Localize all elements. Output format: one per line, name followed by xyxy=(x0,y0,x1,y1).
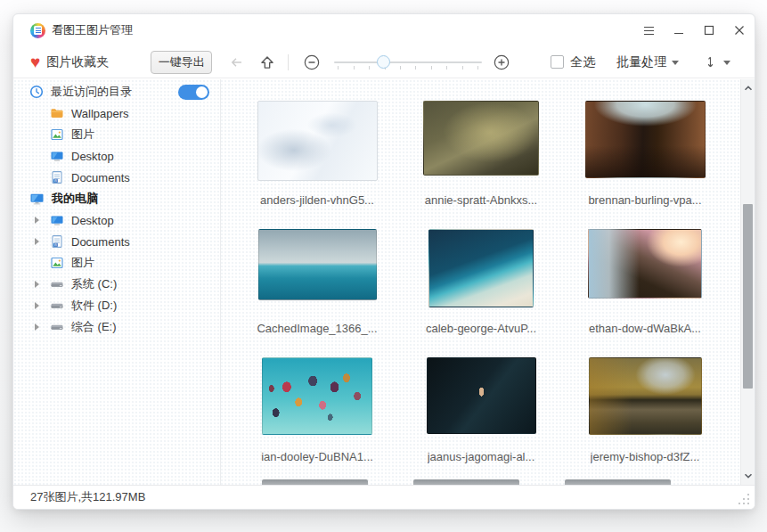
image-item[interactable]: brennan-burling-vpa... xyxy=(563,101,727,229)
sidebar-item-documents-recent[interactable]: W Documents xyxy=(13,167,220,188)
window-controls xyxy=(633,14,755,46)
sidebar-item-label: 我的电脑 xyxy=(52,191,98,207)
svg-text:W: W xyxy=(54,179,58,183)
zoom-out-icon[interactable] xyxy=(304,54,320,70)
sidebar-item-label: Wallpapers xyxy=(71,107,129,120)
select-all-checkbox[interactable] xyxy=(551,55,564,69)
menu-icon[interactable] xyxy=(633,14,664,46)
window-title: 看图王图片管理 xyxy=(52,22,133,38)
zoom-in-icon[interactable] xyxy=(494,54,510,70)
resize-grip[interactable] xyxy=(738,494,749,504)
sidebar-item-recent-folders[interactable]: 最近访问的目录 xyxy=(13,81,220,102)
thumbnail-image[interactable] xyxy=(258,229,377,300)
sidebar-item-label: 综合 (E:) xyxy=(71,319,117,335)
clock-icon xyxy=(29,85,44,99)
thumbnail-image[interactable] xyxy=(423,101,539,176)
sidebar-item-pictures[interactable]: 图片 xyxy=(13,124,220,145)
sidebar-item-label: Desktop xyxy=(71,214,114,227)
image-item[interactable]: annie-spratt-Abnkxs... xyxy=(399,101,563,229)
sidebar-item-label: Documents xyxy=(71,235,130,249)
expand-arrow-icon[interactable] xyxy=(35,281,39,288)
sidebar-item-label: Documents xyxy=(71,171,130,184)
sidebar-item-drive-d[interactable]: 软件 (D:) xyxy=(13,295,220,316)
expand-arrow-icon[interactable] xyxy=(35,238,39,245)
recent-folders-toggle[interactable] xyxy=(178,85,209,100)
zoom-slider-ticks xyxy=(338,66,478,70)
drive-icon xyxy=(50,277,64,291)
close-icon[interactable] xyxy=(724,14,755,46)
export-button[interactable]: 一键导出 xyxy=(151,51,212,74)
status-text: 27张图片,共121.97MB xyxy=(30,489,145,505)
thumbnail-image[interactable] xyxy=(262,357,372,435)
chevron-down-icon xyxy=(672,61,679,65)
sidebar-item-drive-c[interactable]: 系统 (C:) xyxy=(13,274,220,295)
computer-icon xyxy=(29,192,45,206)
sidebar-item-label: Desktop xyxy=(71,150,114,163)
image-item[interactable]: caleb-george-AtvuP... xyxy=(399,229,563,357)
image-filename: CachedImage_1366_... xyxy=(257,322,377,335)
image-filename: jaanus-jagomagi-al... xyxy=(428,450,535,463)
thumbnail-grid: anders-jilden-vhnG5... annie-spratt-Abnk… xyxy=(221,79,740,485)
chevron-down-icon xyxy=(723,61,730,65)
word-document-icon: W xyxy=(50,170,64,184)
svg-text:W: W xyxy=(54,243,58,247)
toolbar: ♥ 图片收藏夹 一键导出 xyxy=(13,46,755,78)
zoom-slider-thumb[interactable] xyxy=(377,55,390,69)
favorites-label: 图片收藏夹 xyxy=(46,54,109,70)
image-item[interactable]: ian-dooley-DuBNA1... xyxy=(235,357,399,485)
select-all-label: 全选 xyxy=(570,54,595,70)
status-bar: 27张图片,共121.97MB xyxy=(13,485,755,509)
thumbnail-image[interactable] xyxy=(588,229,702,299)
expand-arrow-icon[interactable] xyxy=(35,217,39,224)
back-icon[interactable] xyxy=(229,55,244,70)
word-document-icon: W xyxy=(50,234,64,249)
sidebar-item-my-computer[interactable]: 我的电脑 xyxy=(13,188,220,209)
scroll-down-icon[interactable] xyxy=(741,469,755,483)
thumbnail-image[interactable] xyxy=(257,101,378,181)
thumbnail-image[interactable] xyxy=(428,229,534,307)
app-body: 最近访问的目录 Wallpapers 图片 Desktop xyxy=(13,79,755,485)
desktop-background: 看图王图片管理 ♥ 图片收藏夹 一键 xyxy=(0,0,767,532)
thumbnail-image[interactable] xyxy=(427,357,536,434)
sidebar-item-documents[interactable]: W Documents xyxy=(13,231,220,252)
expand-arrow-icon[interactable] xyxy=(35,302,39,309)
maximize-icon[interactable] xyxy=(694,14,724,46)
drive-icon xyxy=(50,299,64,313)
zoom-slider[interactable] xyxy=(334,53,482,71)
image-filename: ethan-dow-dWaBkA... xyxy=(589,322,701,335)
batch-process-button[interactable]: 批量处理 xyxy=(616,54,679,70)
sidebar-item-wallpapers[interactable]: Wallpapers xyxy=(13,102,220,124)
batch-process-label: 批量处理 xyxy=(616,54,666,70)
image-item[interactable]: jaanus-jagomagi-al... xyxy=(399,357,563,485)
scroll-up-icon[interactable] xyxy=(741,81,755,95)
sidebar-item-desktop-recent[interactable]: Desktop xyxy=(13,145,220,167)
favorites-entry[interactable]: ♥ 图片收藏夹 xyxy=(30,53,109,70)
image-item[interactable]: ethan-dow-dWaBkA... xyxy=(563,229,727,357)
select-all-control[interactable]: 全选 xyxy=(551,54,595,70)
app-logo-icon xyxy=(30,23,45,38)
thumbnail-image[interactable] xyxy=(585,101,706,178)
sort-order-icon xyxy=(703,54,718,70)
picture-icon xyxy=(50,127,64,142)
image-filename: ian-dooley-DuBNA1... xyxy=(261,450,373,463)
sidebar-item-drive-e[interactable]: 综合 (E:) xyxy=(13,316,220,338)
vertical-scrollbar[interactable] xyxy=(740,79,755,485)
sidebar-item-pictures-computer[interactable]: 图片 xyxy=(13,252,220,274)
image-filename: brennan-burling-vpa... xyxy=(588,193,701,207)
sort-order-button[interactable] xyxy=(703,54,730,70)
arrow-up-icon[interactable] xyxy=(259,54,275,70)
sidebar-item-label: 最近访问的目录 xyxy=(51,84,132,100)
drive-icon xyxy=(50,320,64,334)
zoom-slider-track[interactable] xyxy=(334,61,482,63)
image-item[interactable]: jeremy-bishop-d3fZ... xyxy=(563,357,727,485)
image-item[interactable]: anders-jilden-vhnG5... xyxy=(235,101,399,229)
scrollbar-thumb[interactable] xyxy=(743,204,753,389)
thumbnail-image[interactable] xyxy=(589,357,702,435)
image-filename: jeremy-bishop-d3fZ... xyxy=(591,450,700,463)
minimize-icon[interactable] xyxy=(664,14,694,46)
expand-arrow-icon[interactable] xyxy=(35,323,39,331)
image-item[interactable]: CachedImage_1366_... xyxy=(235,229,399,357)
sidebar-item-desktop[interactable]: Desktop xyxy=(13,209,220,231)
sidebar-item-label: 软件 (D:) xyxy=(71,298,117,314)
monitor-icon xyxy=(50,213,64,227)
